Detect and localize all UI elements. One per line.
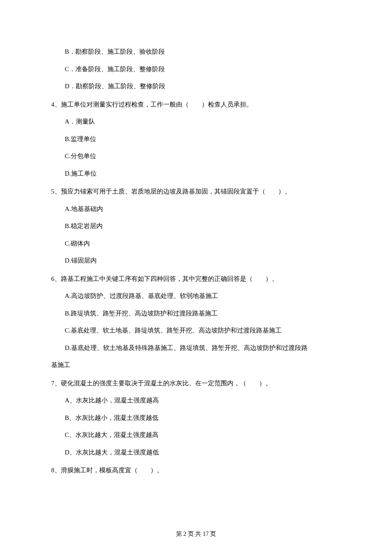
option-b: B.监理单位 <box>65 134 341 144</box>
option-a: A．测量队 <box>65 117 341 127</box>
question-4: 4、施工单位对测量实行过程检查，工作一般由（ ）检查人员承担。 A．测量队 B.… <box>51 100 341 179</box>
orphan-options: B．勘察阶段、施工阶段、验收阶段 C．准备阶段、施工阶段、整修阶段 D．勘察阶段… <box>51 47 341 91</box>
question-5: 5、预应力锚索可用于土质、岩质地层的边坡及路基加固，其锚固段宜置于（ ）。 A.… <box>51 187 341 266</box>
option-b: B.路堤填筑、路堑开挖、高边坡防护和过渡段路基施工 <box>65 309 341 318</box>
option-b: B.稳定岩层内 <box>65 221 341 231</box>
question-6: 6、路基工程施工中关键工序有如下四种回答，其中完整的正确回答是（ ）。 A.高边… <box>51 274 341 370</box>
option-d-line1: D.基底处理、软土地基及特殊路基施工、路堤填筑、路堑开挖、高边坡防护和过渡段路 <box>65 343 341 353</box>
question-text: 8、滑膜施工时，模板高度宜（ ）。 <box>51 465 341 475</box>
option-c: C.基底处理、软土地基、路堤填筑、路堑开挖、高边坡防护和过渡段路基施工 <box>65 326 341 335</box>
question-8: 8、滑膜施工时，模板高度宜（ ）。 <box>51 465 341 475</box>
page-content: B．勘察阶段、施工阶段、验收阶段 C．准备阶段、施工阶段、整修阶段 D．勘察阶段… <box>0 0 392 475</box>
option-d: D．勘察阶段、施工阶段、整修阶段 <box>65 81 341 91</box>
option-a: A.地基基础内 <box>65 204 341 214</box>
question-text: 7、硬化混凝土的强度主要取决于混凝土的水灰比。在一定范围内，（ ）。 <box>51 379 341 388</box>
option-c: C.砌体内 <box>65 239 341 249</box>
option-a: A、水灰比越小，混凝土强度越高 <box>65 396 341 405</box>
page-footer: 第 2 页 共 17 页 <box>0 530 392 538</box>
question-text: 4、施工单位对测量实行过程检查，工作一般由（ ）检查人员承担。 <box>51 100 341 110</box>
option-b: B、水灰比越小，混凝土强度越低 <box>65 413 341 423</box>
question-text: 6、路基工程施工中关键工序有如下四种回答，其中完整的正确回答是（ ）。 <box>51 274 341 284</box>
question-text: 5、预应力锚索可用于土质、岩质地层的边坡及路基加固，其锚固段宜置于（ ）。 <box>51 187 341 197</box>
option-d-line2: 基施工 <box>51 360 341 370</box>
option-c: C．准备阶段、施工阶段、整修阶段 <box>65 64 341 74</box>
question-7: 7、硬化混凝土的强度主要取决于混凝土的水灰比。在一定范围内，（ ）。 A、水灰比… <box>51 379 341 457</box>
option-d: D、水灰比越大，混凝土强度越低 <box>65 448 341 457</box>
option-c: C、水灰比越大，混凝土强度越高 <box>65 430 341 440</box>
option-a: A.高边坡防护、过渡段路基、基底处理、软弱地基施工 <box>65 291 341 301</box>
option-d: D.施工单位 <box>65 169 341 179</box>
option-d: D.锚固层内 <box>65 256 341 266</box>
option-b: B．勘察阶段、施工阶段、验收阶段 <box>65 47 341 57</box>
option-c: C.分包单位 <box>65 151 341 161</box>
